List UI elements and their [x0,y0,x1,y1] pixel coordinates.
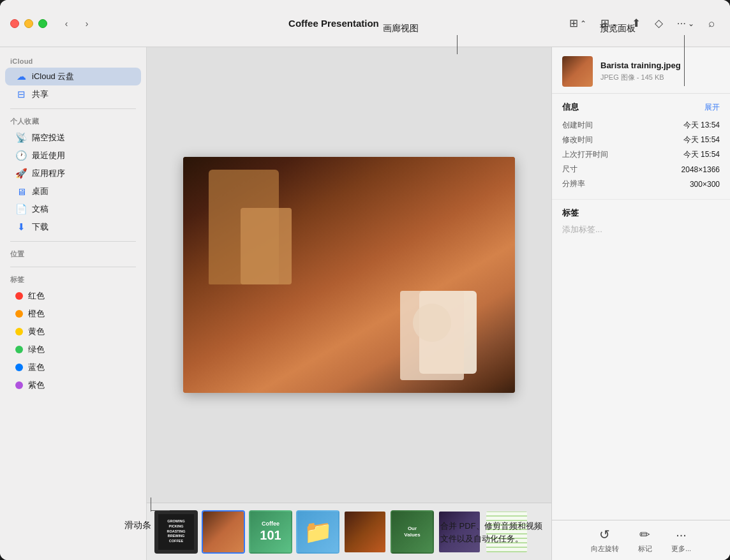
airdrop-label: 隔空投送 [32,132,65,144]
downloads-label: 下载 [32,221,48,233]
modified-value: 今天 15:54 [683,135,720,145]
info-row-last-opened: 上次打开时间 今天 15:54 [562,147,720,162]
tag-items: 红色橙色黄色绿色蓝色紫色 [0,287,146,394]
tag-name-label: 红色 [28,290,45,302]
finder-window: ‹ › Coffee Presentation ⊞ ⌃ ⊞ ⌄ ⬆ ◇ ··· … [0,0,730,560]
expand-button[interactable]: 展开 [704,102,720,113]
sidebar-item-tag-橙色[interactable]: 橙色 [5,305,141,323]
main-area: iCloud ☁ iCloud 云盘 ⊟ 共享 个人收藏 📡 隔空投送 🕐 最近… [0,47,730,560]
modified-label: 修改时间 [562,135,593,145]
divider-2 [10,241,136,242]
minimize-button[interactable] [24,19,33,28]
last-opened-value: 今天 15:54 [683,149,720,160]
thumbnail-strip[interactable]: GROWINGPICKINGROASTINGBREWINGCOFFEE Coff… [147,503,551,560]
created-label: 创建时间 [562,120,593,131]
sidebar-item-icloud-drive[interactable]: ☁ iCloud 云盘 [5,68,141,85]
sidebar-item-applications[interactable]: 🚀 应用程序 [5,165,141,182]
desktop-label: 桌面 [32,186,48,197]
sidebar-item-desktop[interactable]: 🖥 桌面 [5,182,141,200]
shared-icon: ⊟ [15,89,27,100]
info-title: 信息 [562,101,579,113]
markup-button[interactable]: ✏ 标记 [638,527,652,554]
resolution-value: 300×300 [690,180,720,189]
sidebar-item-tag-蓝色[interactable]: 蓝色 [5,358,141,376]
preview-thumbnail [562,56,593,87]
tag-color-dot [15,310,23,318]
more-actions-button[interactable]: ··· 更多... [671,527,691,554]
preview-filetype: JPEG 图像 - 145 KB [600,73,720,82]
applications-label: 应用程序 [32,168,65,179]
rotate-button[interactable]: ↺ 向左旋转 [591,527,619,554]
location-section-title: 位置 [0,247,146,262]
search-icon: ⌕ [708,17,715,30]
sidebar-item-shared[interactable]: ⊟ 共享 [5,85,141,103]
thumbnail-folder[interactable]: 📁 [296,510,339,554]
tag-name-label: 橙色 [28,308,45,320]
forward-button[interactable]: › [78,15,96,33]
sidebar-item-tag-红色[interactable]: 红色 [5,287,141,305]
tag-color-dot [15,364,23,371]
preview-panel: Barista training.jpeg JPEG 图像 - 145 KB 信… [551,47,730,560]
thumbnail-coffee-book[interactable]: GROWINGPICKINGROASTINGBREWINGCOFFEE [154,510,198,554]
tag-name-label: 黄色 [28,326,45,337]
airdrop-icon: 📡 [15,132,27,144]
tag-icon: ◇ [655,17,663,30]
sidebar-item-tag-黄色[interactable]: 黄色 [5,323,141,341]
coffee-cup [419,291,477,374]
thumbnail-barista[interactable] [202,510,245,554]
coffee-pitcher [241,208,292,284]
info-row-created: 创建时间 今天 13:54 [562,118,720,133]
gallery-view-button[interactable]: ⊞ ⌃ [564,13,592,33]
preview-file-info: Barista training.jpeg JPEG 图像 - 145 KB [562,56,720,87]
group-icon: ⊞ [600,17,609,30]
tags-add-placeholder[interactable]: 添加标签... [562,224,720,235]
gallery-area [147,47,551,503]
sidebar-item-downloads[interactable]: ⬇ 下载 [5,218,141,236]
markup-icon: ✏ [639,527,650,542]
info-row-modified: 修改时间 今天 15:54 [562,133,720,147]
more-icon: ··· [677,17,686,30]
more-actions-icon: ··· [676,527,687,542]
navigation-buttons: ‹ › [57,15,96,33]
thumbnail-101[interactable]: Coffee 101 [249,510,292,554]
search-button[interactable]: ⌕ [703,14,720,33]
tag-name-label: 绿色 [28,344,45,355]
tag-color-dot [15,292,23,300]
sidebar-item-tag-紫色[interactable]: 紫色 [5,376,141,394]
maximize-button[interactable] [38,19,47,28]
last-opened-label: 上次打开时间 [562,149,608,160]
content-area: GROWINGPICKINGROASTINGBREWINGCOFFEE Coff… [147,47,551,560]
preview-file-details: Barista training.jpeg JPEG 图像 - 145 KB [600,61,720,82]
view-chevron: ⌃ [580,19,586,28]
tag-color-dot [15,381,23,389]
markup-label: 标记 [638,544,652,554]
main-preview-container [183,157,515,393]
divider-1 [10,108,136,109]
recent-label: 最近使用 [32,150,65,161]
sidebar-item-tag-绿色[interactable]: 绿色 [5,341,141,358]
sidebar-item-documents[interactable]: 📄 文稿 [5,200,141,218]
close-button[interactable] [10,19,19,28]
group-chevron: ⌄ [611,19,618,28]
preview-filename: Barista training.jpeg [600,61,720,71]
more-button[interactable]: ··· ⌄ [672,14,699,33]
back-button[interactable]: ‹ [57,15,75,33]
documents-icon: 📄 [15,203,27,215]
traffic-lights [10,19,47,28]
thumbnail-beans[interactable] [343,510,387,554]
more-chevron: ⌄ [688,19,694,28]
tag-name-label: 紫色 [28,379,45,391]
tags-section-title: 标签 [0,272,146,287]
sidebar-item-airdrop[interactable]: 📡 隔空投送 [5,129,141,147]
coffee-surface [413,304,451,342]
thumbnail-dark[interactable] [438,510,481,554]
group-button[interactable]: ⊞ ⌄ [595,13,623,33]
share-button[interactable]: ⬆ [627,13,646,33]
thumbnail-values[interactable]: Our Values [391,510,434,554]
divider-3 [10,267,136,267]
sidebar-item-recent[interactable]: 🕐 最近使用 [5,147,141,165]
personal-section-title: 个人收藏 [0,114,146,129]
tag-button[interactable]: ◇ [650,13,668,33]
thumbnail-green-doc[interactable] [485,510,528,554]
tags-panel-title: 标签 [562,207,720,219]
